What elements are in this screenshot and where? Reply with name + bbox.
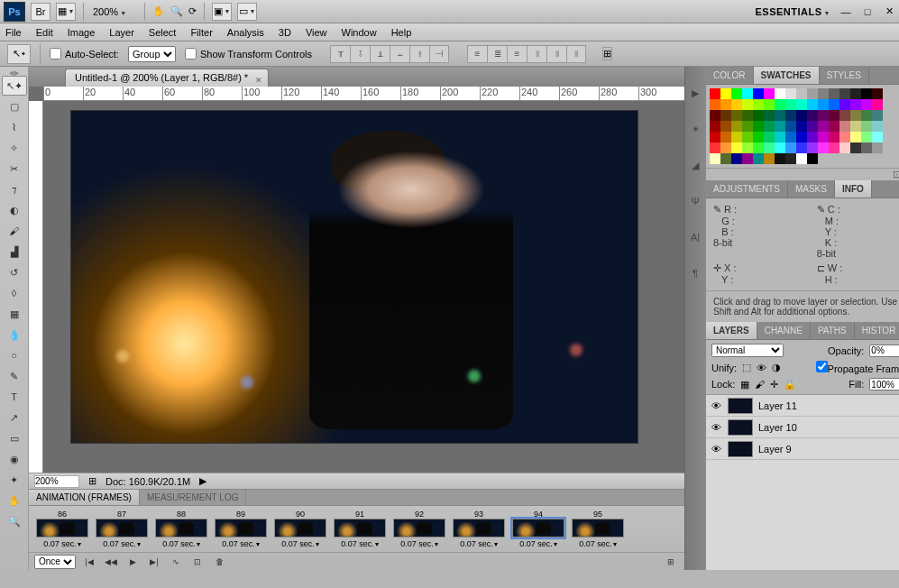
tab-swatches[interactable]: SWATCHES xyxy=(754,67,820,84)
align-hcenter-icon[interactable]: ⫲ xyxy=(409,45,429,63)
new-swatch-icon[interactable]: ⊡ xyxy=(893,169,899,180)
clone-stamp-tool[interactable]: ▟ xyxy=(2,242,27,262)
swatch[interactable] xyxy=(829,132,839,142)
swatch[interactable] xyxy=(764,110,775,121)
layer-row[interactable]: 👁Layer 9 xyxy=(706,438,899,460)
screen-mode-icon[interactable]: ▭ xyxy=(237,3,257,21)
type-tool[interactable]: T xyxy=(2,387,27,407)
lock-pos-icon[interactable]: ✛ xyxy=(770,379,778,390)
swatch[interactable] xyxy=(764,99,775,110)
timeline-mode-icon[interactable]: ⊞ xyxy=(663,556,679,568)
swatch[interactable] xyxy=(861,88,872,99)
dodge-tool[interactable]: ○ xyxy=(2,345,27,365)
ps-logo-icon[interactable]: Ps xyxy=(4,2,25,22)
swatch[interactable] xyxy=(710,110,720,121)
visibility-icon[interactable]: 👁 xyxy=(710,400,722,411)
swatch[interactable] xyxy=(861,121,872,132)
swatch[interactable] xyxy=(720,132,731,142)
swatch[interactable] xyxy=(872,110,883,121)
menu-view[interactable]: View xyxy=(306,27,327,38)
tab-styles[interactable]: STYLES xyxy=(820,67,869,84)
swatch[interactable] xyxy=(764,88,775,99)
swatch[interactable] xyxy=(829,88,839,99)
swatch[interactable] xyxy=(818,153,829,164)
swatch[interactable] xyxy=(796,153,807,164)
swatch[interactable] xyxy=(720,142,731,153)
swatch[interactable] xyxy=(710,121,720,132)
swatch[interactable] xyxy=(764,142,775,153)
dock-clone-icon[interactable]: ◢ xyxy=(685,155,705,175)
swatch[interactable] xyxy=(872,142,883,153)
tab-measurement-log[interactable]: MEASUREMENT LOG xyxy=(140,490,247,505)
healing-brush-tool[interactable]: ◐ xyxy=(2,200,27,220)
distribute-right-icon[interactable]: ⦀ xyxy=(566,45,586,63)
frame[interactable]: 920.07 sec. xyxy=(391,510,447,548)
propagate-checkbox[interactable]: Propagate Frame 1 xyxy=(816,361,899,374)
swatch[interactable] xyxy=(861,142,872,153)
lock-trans-icon[interactable]: ▦ xyxy=(740,379,749,390)
swatch[interactable] xyxy=(775,153,785,164)
dock-char-icon[interactable]: A| xyxy=(685,227,705,247)
swatch[interactable] xyxy=(775,99,785,110)
swatch[interactable] xyxy=(710,142,720,153)
swatch[interactable] xyxy=(785,153,796,164)
swatch[interactable] xyxy=(818,99,829,110)
menu-select[interactable]: Select xyxy=(149,27,177,38)
swatch[interactable] xyxy=(839,99,850,110)
crop-tool[interactable]: ✂ xyxy=(2,159,27,179)
swatch[interactable] xyxy=(796,110,807,121)
swatch[interactable] xyxy=(839,153,850,164)
swatch[interactable] xyxy=(872,99,883,110)
swatch[interactable] xyxy=(850,110,861,121)
first-frame-button[interactable]: |◀ xyxy=(81,556,97,568)
menu-file[interactable]: File xyxy=(5,27,22,38)
swatch[interactable] xyxy=(753,121,764,132)
bridge-icon[interactable]: Br xyxy=(31,3,50,21)
menu-help[interactable]: Help xyxy=(391,27,412,38)
swatch[interactable] xyxy=(731,132,742,142)
frame[interactable]: 940.07 sec. xyxy=(510,510,566,548)
swatch[interactable] xyxy=(861,132,872,142)
swatch[interactable] xyxy=(818,142,829,153)
swatch[interactable] xyxy=(775,110,785,121)
swatch[interactable] xyxy=(785,121,796,132)
distribute-left-icon[interactable]: ⦀ xyxy=(527,45,546,63)
history-brush-tool[interactable]: ↺ xyxy=(2,262,27,282)
menu-layer[interactable]: Layer xyxy=(109,27,134,38)
rotate-view-icon[interactable]: ⟳ xyxy=(188,5,197,17)
menu-window[interactable]: Window xyxy=(342,27,377,38)
swatch[interactable] xyxy=(807,153,818,164)
zoom-input[interactable] xyxy=(34,475,79,488)
menu-analysis[interactable]: Analysis xyxy=(227,27,264,38)
gradient-tool[interactable]: ▦ xyxy=(2,304,27,324)
swatch[interactable] xyxy=(710,153,720,164)
play-button[interactable]: ▶ xyxy=(124,556,141,568)
swatch[interactable] xyxy=(753,132,764,142)
swatch[interactable] xyxy=(731,121,742,132)
auto-select-checkbox[interactable]: Auto-Select: xyxy=(50,48,119,60)
brush-tool[interactable]: 🖌 xyxy=(2,221,27,241)
toolbox-handle[interactable]: ◂▸ xyxy=(0,69,28,76)
unify-style-icon[interactable]: ◑ xyxy=(772,362,781,373)
swatch[interactable] xyxy=(742,88,753,99)
path-select-tool[interactable]: ↗ xyxy=(2,408,27,427)
unify-vis-icon[interactable]: 👁 xyxy=(757,363,766,373)
duplicate-frame-button[interactable]: ⊡ xyxy=(189,556,206,568)
prev-frame-button[interactable]: ◀◀ xyxy=(103,556,119,568)
swatch[interactable] xyxy=(785,142,796,153)
zoom-icon[interactable]: 🔍 xyxy=(170,5,183,17)
tab-layers[interactable]: LAYERS xyxy=(706,322,757,339)
swatch[interactable] xyxy=(839,142,850,153)
align-left-icon[interactable]: ⫠ xyxy=(390,45,409,63)
tab-masks[interactable]: MASKS xyxy=(788,180,835,198)
swatch[interactable] xyxy=(850,142,861,153)
swatch[interactable] xyxy=(742,153,753,164)
magic-wand-tool[interactable]: ✧ xyxy=(2,138,27,158)
swatch[interactable] xyxy=(742,110,753,121)
swatches-grid[interactable] xyxy=(706,85,899,168)
layer-row[interactable]: 👁Layer 10 xyxy=(706,417,899,438)
swatch[interactable] xyxy=(872,153,883,164)
swatch[interactable] xyxy=(829,99,839,110)
frame[interactable]: 900.07 sec. xyxy=(272,510,328,548)
distribute-top-icon[interactable]: ≡ xyxy=(467,45,487,63)
